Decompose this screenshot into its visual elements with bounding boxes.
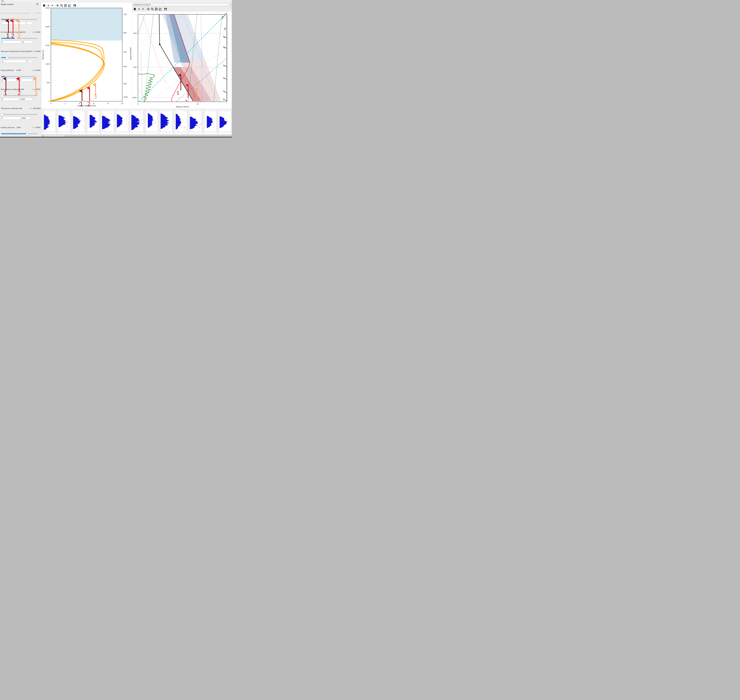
drag-coefficient-label: Drag coefficient0.005+- 0.0005: [1, 69, 41, 71]
thumbnail-plot: [102, 111, 114, 132]
svg-text:10: 10: [121, 103, 123, 104]
dew-point-temperature-slider-handle-1[interactable]: [6, 56, 8, 59]
back-icon[interactable]: [47, 4, 50, 7]
svg-text:altitude [m]: altitude [m]: [42, 50, 44, 60]
pan-icon[interactable]: [147, 7, 150, 11]
thumbnail-card-5[interactable]: [101, 109, 115, 134]
svg-text:750: 750: [124, 13, 127, 15]
sounding-point-marker: [159, 44, 161, 45]
thermal-min-altitude-label: Thermal min altitude [m]0+- 150.0000: [1, 107, 41, 109]
dew-point-temperature-value: -3.600: [27, 50, 32, 52]
scrollbar-thumb[interactable]: [44, 135, 65, 137]
surface-pressure-slider[interactable]: [1, 133, 37, 134]
dew-point-temperature-slider[interactable]: [1, 57, 37, 58]
thermal-min-altitude-slider[interactable]: [1, 114, 37, 115]
dew-point-temperature-label: Dew point temperature [Celsius]-3.600+- …: [1, 50, 41, 52]
skewt-plot[interactable]: 1 2 3 0108009001000degree_Celsius: [132, 12, 232, 109]
thumbnail-card-13[interactable]: [218, 109, 232, 134]
dock-float-icon[interactable]: [36, 3, 38, 5]
thumbnail-card-1[interactable]: [42, 109, 56, 134]
thumbnail-card-8[interactable]: [144, 109, 159, 134]
svg-text:4: 4: [79, 103, 80, 104]
thumbnail-card-7[interactable]: [130, 109, 144, 134]
thumbnail-card-2[interactable]: [57, 109, 71, 134]
thumbnail-card-6[interactable]: [115, 109, 130, 134]
dew-point-temperature-max-input[interactable]: [27, 60, 32, 63]
back-icon[interactable]: [137, 7, 141, 11]
svg-text:0: 0: [137, 103, 139, 105]
thumbnail-plot: [175, 111, 187, 132]
dew-point-temperature-min-input[interactable]: [1, 60, 27, 63]
window-bottom-bar: [0, 137, 232, 137]
save-icon[interactable]: [73, 4, 77, 7]
thumbnail-card-9[interactable]: [159, 109, 174, 134]
model-controls-panel: Model Controls Temperature anomaly [Cels…: [0, 3, 42, 137]
thumbnail-plot: [160, 111, 172, 132]
thumbnail-card-11[interactable]: [189, 109, 203, 134]
menu-file[interactable]: File: [0, 0, 5, 3]
right-figure-panel[interactable]: 1 2 3 0108009001000degree_Celsius: [132, 12, 232, 109]
drag-coefficient-slider-handle-2[interactable]: [18, 75, 21, 78]
svg-text:1: 1: [177, 90, 179, 96]
annotation-digit: 1: [6, 32, 10, 39]
surface-pressure-slider-handle-1[interactable]: [26, 132, 28, 135]
thumbnail-card-3[interactable]: [71, 109, 86, 134]
svg-text:6: 6: [93, 103, 94, 104]
thumbnail-card-10[interactable]: [174, 109, 188, 134]
thumbnail-plot: [204, 111, 217, 132]
thumbnail-plot: [58, 111, 70, 132]
entrainment-coefficient-min-input[interactable]: [1, 98, 19, 101]
thumbnail-plot: [219, 111, 231, 132]
zoom-icon[interactable]: [60, 4, 63, 7]
save-icon[interactable]: [164, 7, 167, 11]
air-temperature-min-input[interactable]: [1, 41, 21, 44]
forward-icon[interactable]: [142, 7, 145, 11]
svg-text:800: 800: [124, 32, 127, 34]
vertical-velocity-plot[interactable]: 1 2 3 0246810050010001500200025007508008…: [41, 3, 132, 109]
drag-coefficient-slider-handle-3[interactable]: [35, 75, 37, 78]
svg-text:1500: 1500: [46, 44, 50, 46]
menu-bar: File: [0, 0, 232, 3]
middle-figure-panel[interactable]: 1 2 3 0246810050010001500200025007508008…: [41, 3, 132, 109]
thumbnail-card-4[interactable]: [86, 109, 100, 134]
subplots-icon[interactable]: [155, 7, 158, 11]
svg-text:850: 850: [124, 51, 127, 53]
svg-text:500: 500: [46, 82, 50, 84]
drag-coefficient-slider[interactable]: [1, 76, 37, 77]
temperature-anomaly-value: 2.930: [25, 12, 30, 14]
home-icon[interactable]: [133, 7, 137, 11]
annotation-digit: 2: [11, 32, 15, 39]
svg-text:3: 3: [199, 99, 202, 104]
datetime-dropdown[interactable]: 2018-04-29 11:06:37: [133, 3, 231, 6]
zoom-icon[interactable]: [151, 7, 154, 11]
svg-text:10: 10: [196, 103, 199, 105]
customize-icon[interactable]: [159, 7, 162, 11]
forward-icon[interactable]: [51, 4, 54, 7]
pan-icon[interactable]: [56, 4, 59, 7]
thermal-min-altitude-max-input[interactable]: [21, 117, 30, 120]
temperature-anomaly-uncertainty: +- 0.2500: [32, 12, 40, 14]
svg-text:950: 950: [124, 83, 127, 85]
svg-text:1000: 1000: [124, 96, 128, 98]
svg-text:0: 0: [49, 100, 50, 102]
drag-coefficient-slider-handle-1[interactable]: [5, 75, 7, 78]
subplots-icon[interactable]: [64, 4, 68, 7]
customize-icon[interactable]: [68, 4, 71, 7]
air-temperature-max-input[interactable]: [21, 41, 32, 44]
horizontal-scrollbar[interactable]: [41, 135, 232, 137]
thumbnail-card-12[interactable]: [203, 109, 217, 134]
chevron-down-icon: [229, 4, 230, 5]
home-icon[interactable]: [43, 4, 46, 7]
annotation-digit: 3: [17, 32, 21, 39]
dock-annotation-arrows-2: 123: [0, 78, 41, 96]
cloud-layer-region: [51, 8, 122, 41]
entrainment-coefficient-max-input[interactable]: [19, 98, 32, 101]
thermal-min-altitude-min-input[interactable]: [1, 117, 21, 120]
thermal-min-altitude-slider-handle-1[interactable]: [1, 113, 3, 116]
thumbnail-strip: [41, 109, 232, 135]
middle-plot-toolbar: [43, 4, 78, 8]
svg-text:1000: 1000: [133, 97, 137, 99]
surface-pressure-uncertainty: +- 7.5000: [32, 126, 40, 128]
svg-text:pressure [hPa]: pressure [hPa]: [130, 47, 132, 60]
dew-point-temperature-uncertainty: +- 0.5000: [32, 50, 40, 52]
